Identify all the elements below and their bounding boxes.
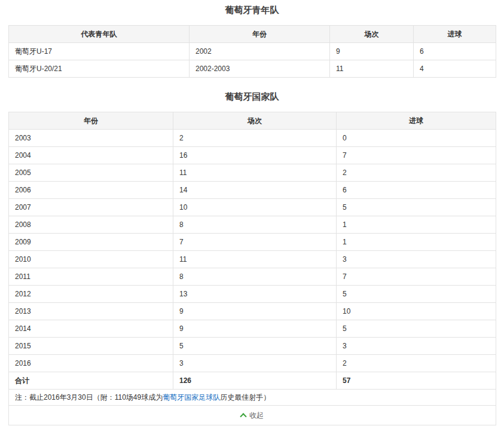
- total-goals-cell: 57: [337, 372, 496, 390]
- collapse-button[interactable]: 收起: [241, 411, 264, 419]
- table-cell: 2009: [9, 234, 173, 251]
- table-row: 2013910: [9, 303, 496, 320]
- table-cell: 2003: [9, 130, 173, 147]
- national-team-link[interactable]: 葡萄牙国家足球队: [163, 393, 220, 402]
- table-cell: 2011: [9, 268, 173, 286]
- total-row: 合计 126 57: [9, 372, 496, 390]
- collapse-label: 收起: [249, 411, 264, 419]
- table-row: 葡萄牙U-17200296: [9, 43, 496, 60]
- table-cell: 7: [337, 147, 496, 164]
- table-row: 200881: [9, 216, 496, 234]
- table-row: 201632: [9, 355, 496, 372]
- table-cell: 2004: [9, 147, 173, 164]
- table-cell: 5: [337, 320, 496, 338]
- table-cell: 7: [337, 268, 496, 286]
- table-cell: 11: [173, 251, 337, 268]
- table-cell: 2016: [9, 355, 173, 372]
- table-cell: 3: [173, 355, 337, 372]
- table-cell: 9: [330, 43, 414, 60]
- header-cell-apps: 场次: [173, 112, 337, 130]
- table-cell: 葡萄牙U-20/21: [9, 60, 190, 78]
- header-cell-apps: 场次: [330, 26, 414, 43]
- collapse-row: 收起: [9, 406, 496, 425]
- table-cell: 8: [173, 216, 337, 234]
- table-cell: 6: [414, 43, 496, 60]
- table-cell: 13: [173, 286, 337, 303]
- total-apps-cell: 126: [173, 372, 337, 390]
- national-table: 年份 场次 进球 2003202004167200511220061462007…: [8, 112, 496, 425]
- table-cell: 10: [337, 303, 496, 320]
- table-row: 201553: [9, 338, 496, 355]
- header-cell-goals: 进球: [414, 26, 496, 43]
- table-cell: 5: [337, 199, 496, 216]
- table-row: 葡萄牙U-20/212002-2003114: [9, 60, 496, 78]
- collapse-cell: 收起: [9, 406, 496, 425]
- youth-table-header-row: 代表青年队 年份 场次 进球: [9, 26, 496, 43]
- table-cell: 5: [173, 338, 337, 355]
- table-cell: 2: [337, 164, 496, 182]
- table-cell: 8: [173, 268, 337, 286]
- table-cell: 5: [337, 286, 496, 303]
- total-label-cell: 合计: [9, 372, 173, 390]
- table-row: 200971: [9, 234, 496, 251]
- table-cell: 2014: [9, 320, 173, 338]
- table-cell: 10: [173, 199, 337, 216]
- youth-table: 代表青年队 年份 场次 进球 葡萄牙U-17200296葡萄牙U-20/2120…: [8, 25, 496, 78]
- table-cell: 4: [414, 60, 496, 78]
- table-cell: 2002-2003: [190, 60, 330, 78]
- table-cell: 2015: [9, 338, 173, 355]
- note-row: 注：截止2016年3月30日（附：110场49球成为葡萄牙国家足球队历史最佳射手…: [9, 390, 496, 406]
- header-cell-team: 代表青年队: [9, 26, 190, 43]
- table-row: 201495: [9, 320, 496, 338]
- table-cell: 2010: [9, 251, 173, 268]
- table-cell: 9: [173, 320, 337, 338]
- national-table-title: 葡萄牙国家队: [8, 91, 496, 102]
- note-suffix: 历史最佳射手）: [220, 393, 270, 402]
- table-row: 2004167: [9, 147, 496, 164]
- table-cell: 1: [337, 216, 496, 234]
- table-cell: 2013: [9, 303, 173, 320]
- table-cell: 葡萄牙U-17: [9, 43, 190, 60]
- national-table-header-row: 年份 场次 进球: [9, 112, 496, 130]
- table-row: 2006146: [9, 182, 496, 199]
- table-cell: 6: [337, 182, 496, 199]
- table-cell: 11: [330, 60, 414, 78]
- table-row: 2007105: [9, 199, 496, 216]
- note-cell: 注：截止2016年3月30日（附：110场49球成为葡萄牙国家足球队历史最佳射手…: [9, 390, 496, 406]
- chevron-up-icon: [240, 413, 246, 419]
- header-cell-goals: 进球: [337, 112, 496, 130]
- table-row: 201187: [9, 268, 496, 286]
- table-cell: 2012: [9, 286, 173, 303]
- table-cell: 9: [173, 303, 337, 320]
- table-cell: 2: [173, 130, 337, 147]
- note-prefix: 注：截止2016年3月30日（附：110场49球成为: [15, 393, 163, 402]
- table-cell: 14: [173, 182, 337, 199]
- table-cell: 16: [173, 147, 337, 164]
- header-cell-year: 年份: [190, 26, 330, 43]
- table-row: 200320: [9, 130, 496, 147]
- page-content: 葡萄牙青年队 代表青年队 年份 场次 进球 葡萄牙U-17200296葡萄牙U-…: [0, 0, 504, 425]
- table-row: 2012135: [9, 286, 496, 303]
- table-cell: 7: [173, 234, 337, 251]
- table-cell: 2006: [9, 182, 173, 199]
- table-cell: 2008: [9, 216, 173, 234]
- youth-table-title: 葡萄牙青年队: [8, 5, 496, 16]
- table-cell: 3: [337, 251, 496, 268]
- table-row: 2010113: [9, 251, 496, 268]
- table-cell: 2: [337, 355, 496, 372]
- table-cell: 3: [337, 338, 496, 355]
- table-cell: 1: [337, 234, 496, 251]
- table-cell: 0: [337, 130, 496, 147]
- table-cell: 2005: [9, 164, 173, 182]
- table-cell: 11: [173, 164, 337, 182]
- table-cell: 2002: [190, 43, 330, 60]
- table-cell: 2007: [9, 199, 173, 216]
- table-row: 2005112: [9, 164, 496, 182]
- header-cell-year: 年份: [9, 112, 173, 130]
